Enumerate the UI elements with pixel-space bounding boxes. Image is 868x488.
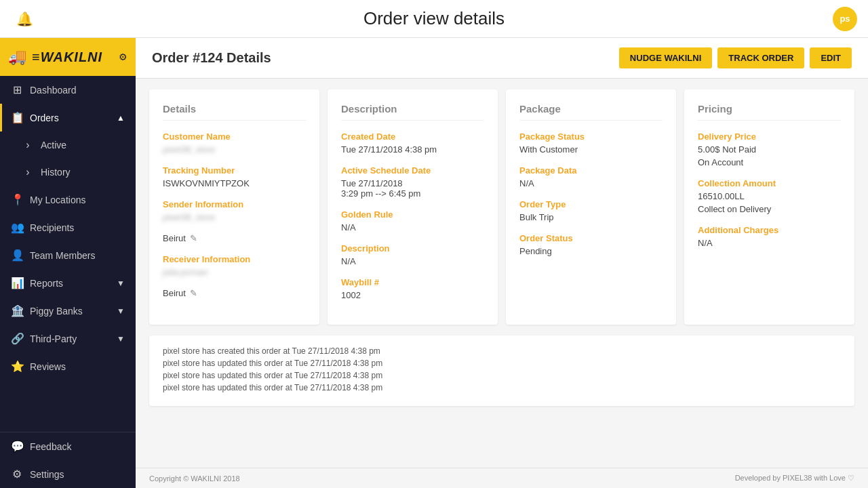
- feedback-icon: 💬: [11, 440, 23, 453]
- sidebar-item-dashboard[interactable]: ⊞ Dashboard: [0, 76, 136, 104]
- avatar[interactable]: ps: [833, 7, 857, 31]
- sidebar-item-label: Feedback: [30, 441, 71, 452]
- reports-arrow-icon: ▼: [117, 279, 125, 288]
- sidebar-item-third-party[interactable]: 🔗 Third-Party ▼: [0, 325, 136, 352]
- sidebar-item-my-locations[interactable]: 📍 My Locations: [0, 186, 136, 214]
- sender-edit-icon[interactable]: ✎: [190, 233, 197, 243]
- waybill-label: Waybill #: [341, 277, 484, 287]
- customer-name-label: Customer Name: [163, 131, 306, 142]
- sidebar-item-recipients[interactable]: 👥 Recipients: [0, 214, 136, 241]
- recipients-icon: 👥: [11, 221, 23, 234]
- piggy-arrow-icon: ▼: [117, 306, 125, 316]
- main-footer: Copyright © WAKILNI 2018 Developed by PI…: [136, 468, 868, 488]
- tracking-number-label: Tracking Number: [163, 165, 306, 176]
- sidebar-item-label: My Locations: [30, 195, 85, 205]
- topbar: 🔔 Order view details ps: [0, 0, 868, 38]
- footer-copyright: Copyright © WAKILNI 2018: [149, 474, 240, 483]
- sidebar-item-label: Third-Party: [30, 333, 77, 344]
- additional-charges-value: N/A: [698, 238, 841, 248]
- sidebar-item-feedback[interactable]: 💬 Feedback: [0, 432, 136, 460]
- collection-amount-label: Collection Amount: [698, 178, 841, 188]
- golden-rule-label: Golden Rule: [341, 209, 484, 220]
- sidebar-item-label: Piggy Banks: [30, 306, 83, 317]
- delivery-price-sub: On Account: [698, 157, 841, 167]
- layout: 🚚 ≡WAKILNI ⚙ ⊞ Dashboard 📋 Orders ▲ › Ac…: [0, 38, 868, 488]
- sidebar-item-label: Orders: [30, 113, 59, 123]
- collection-amount-value: 16510.00LL: [698, 191, 841, 201]
- created-date-label: Created Date: [341, 131, 484, 142]
- third-party-arrow-icon: ▼: [117, 334, 125, 344]
- orders-icon: 📋: [11, 111, 23, 124]
- customer-name-value: pixel38_store: [163, 144, 306, 155]
- logo-truck-icon: 🚚: [8, 48, 26, 66]
- history-bullet-icon: ›: [22, 166, 34, 178]
- sidebar-item-team-members[interactable]: 👤 Team Members: [0, 241, 136, 269]
- sidebar: 🚚 ≡WAKILNI ⚙ ⊞ Dashboard 📋 Orders ▲ › Ac…: [0, 38, 136, 488]
- sidebar-item-reviews[interactable]: ⭐ Reviews: [0, 352, 136, 380]
- package-data-label: Package Data: [519, 165, 663, 176]
- activity-line-2: pixel store has updated this order at Tu…: [163, 359, 841, 368]
- activity-line-1: pixel store has created this order at Tu…: [163, 346, 841, 356]
- sidebar-bottom: 💬 Feedback ⚙ Settings: [0, 432, 136, 488]
- cards-row: Details Customer Name pixel38_store Trac…: [149, 89, 854, 325]
- delivery-price-value: 5.00$ Not Paid: [698, 144, 841, 155]
- sidebar-logo[interactable]: 🚚 ≡WAKILNI ⚙: [0, 38, 136, 76]
- sender-info-value: pixel38_store: [163, 212, 306, 222]
- description-label: Description: [341, 243, 484, 253]
- reviews-icon: ⭐: [11, 360, 23, 373]
- sidebar-item-settings[interactable]: ⚙ Settings: [0, 460, 136, 488]
- order-detail-title: Order #124 Details: [152, 50, 271, 66]
- sender-info-label: Sender Information: [163, 199, 306, 209]
- sidebar-item-label: Team Members: [30, 250, 95, 261]
- delivery-price-label: Delivery Price: [698, 131, 841, 142]
- additional-charges-label: Additional Charges: [698, 225, 841, 235]
- sidebar-item-label: Recipients: [30, 222, 74, 233]
- reports-icon: 📊: [11, 277, 23, 289]
- sidebar-item-orders[interactable]: 📋 Orders ▲: [0, 104, 136, 131]
- active-schedule-value: Tue 27/11/20183:29 pm --> 6:45 pm: [341, 178, 484, 199]
- bell-icon[interactable]: 🔔: [16, 11, 33, 27]
- footer-developer: Developed by PIXEL38 with Love ♡: [735, 474, 854, 483]
- logo-settings-icon[interactable]: ⚙: [119, 52, 127, 62]
- team-icon: 👤: [11, 249, 23, 262]
- main: Order #124 Details NUDGE WAKILNI TRACK O…: [136, 38, 868, 488]
- sidebar-item-label: History: [41, 167, 71, 178]
- description-value: N/A: [341, 256, 484, 266]
- order-type-value: Bulk Trip: [519, 212, 663, 222]
- sidebar-item-active[interactable]: › Active: [0, 131, 136, 159]
- sidebar-item-reports[interactable]: 📊 Reports ▼: [0, 269, 136, 297]
- sender-location-text: Beirut: [163, 233, 186, 243]
- main-content: Details Customer Name pixel38_store Trac…: [136, 79, 868, 468]
- tracking-number-value: ISWKOVNMIYTPZOK: [163, 178, 306, 188]
- piggy-banks-icon: 🏦: [11, 304, 23, 317]
- receiver-info-value: julia.jurman: [163, 267, 306, 277]
- locations-icon: 📍: [11, 193, 23, 206]
- track-order-button[interactable]: TRACK ORDER: [717, 47, 804, 68]
- package-card-title: Package: [519, 103, 663, 121]
- sidebar-item-history[interactable]: › History: [0, 159, 136, 186]
- order-status-value: Pending: [519, 246, 663, 256]
- order-type-label: Order Type: [519, 199, 663, 209]
- receiver-location-text: Beirut: [163, 288, 186, 298]
- details-card-title: Details: [163, 103, 306, 121]
- nudge-wakilni-button[interactable]: NUDGE WAKILNI: [619, 47, 712, 68]
- pricing-card-title: Pricing: [698, 103, 841, 121]
- sidebar-item-piggy-banks[interactable]: 🏦 Piggy Banks ▼: [0, 297, 136, 325]
- activity-log: pixel store has created this order at Tu…: [149, 336, 854, 406]
- receiver-edit-icon[interactable]: ✎: [190, 288, 197, 298]
- topbar-left: 🔔: [11, 11, 33, 27]
- sidebar-item-label: Settings: [30, 469, 64, 480]
- created-date-value: Tue 27/11/2018 4:38 pm: [341, 144, 484, 155]
- package-status-value: With Customer: [519, 144, 663, 155]
- pricing-card: Pricing Delivery Price 5.00$ Not Paid On…: [684, 89, 854, 325]
- dashboard-icon: ⊞: [11, 83, 23, 96]
- description-card-title: Description: [341, 103, 484, 121]
- sidebar-item-label: Reports: [30, 278, 63, 289]
- package-data-value: N/A: [519, 178, 663, 188]
- activity-line-4: pixel store has updated this order at Tu…: [163, 383, 841, 392]
- header-actions: NUDGE WAKILNI TRACK ORDER EDIT: [619, 47, 852, 68]
- details-card: Details Customer Name pixel38_store Trac…: [149, 89, 319, 325]
- edit-button[interactable]: EDIT: [810, 47, 852, 68]
- description-card: Description Created Date Tue 27/11/2018 …: [328, 89, 498, 325]
- package-status-label: Package Status: [519, 131, 663, 142]
